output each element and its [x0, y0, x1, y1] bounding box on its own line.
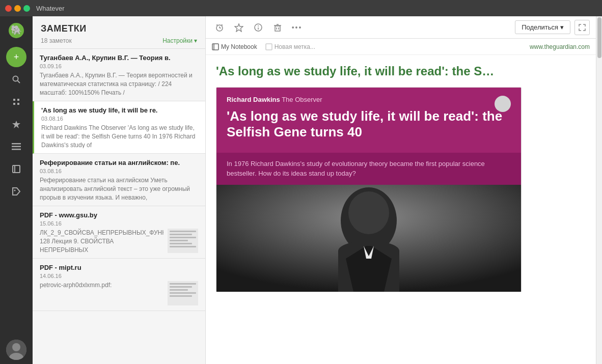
- app-container: 🐘 +: [0, 16, 602, 364]
- bookmark-icon: [12, 97, 21, 106]
- expand-button[interactable]: [574, 20, 590, 35]
- minimize-button[interactable]: [14, 5, 21, 12]
- window-controls[interactable]: [5, 5, 30, 12]
- notes-count: 18 заметок: [41, 37, 72, 44]
- note-preview: Richard Dawkins The Observer 'As long as…: [41, 124, 198, 148]
- user-avatar[interactable]: [6, 340, 26, 360]
- trash-button[interactable]: [270, 20, 285, 35]
- note-title: 'As long as we study life, it will be re…: [41, 106, 198, 114]
- tag-icon: [12, 187, 21, 196]
- note-date: 15.06.16: [40, 220, 198, 227]
- maximize-button[interactable]: [23, 5, 30, 12]
- notebook-label: My Notebook: [221, 43, 257, 50]
- note-item[interactable]: PDF - mipt.ru 14.06.16 petrovic-arph0dxl…: [33, 259, 205, 311]
- svg-line-22: [222, 24, 223, 25]
- notes-settings-button[interactable]: Настройки ▾: [162, 37, 197, 44]
- close-button[interactable]: [5, 5, 12, 12]
- notes-list: Туганбаев А.А., Крупин В.Г. — Теория в. …: [33, 48, 205, 364]
- note-item[interactable]: Туганбаев А.А., Крупин В.Г. — Теория в. …: [33, 49, 205, 101]
- article-image: [216, 185, 521, 292]
- svg-rect-5: [17, 99, 19, 101]
- note-date: 03.09.16: [40, 63, 198, 69]
- svg-rect-32: [212, 44, 218, 50]
- tag-label: Новая метка...: [275, 43, 315, 50]
- search-button[interactable]: [6, 69, 26, 90]
- svg-point-25: [258, 25, 259, 26]
- note-title: Туганбаев А.А., Крупин В.Г. — Теория в.: [40, 54, 198, 62]
- avatar-image: [6, 340, 26, 360]
- note-item-active[interactable]: 'As long as we study life, it will be re…: [33, 101, 205, 154]
- svg-marker-23: [235, 24, 243, 32]
- source-url[interactable]: www.theguardian.com: [530, 43, 590, 50]
- note-item[interactable]: Реферирование статьи на английском: пе. …: [33, 154, 205, 206]
- note-thumbnail: [168, 281, 198, 305]
- note-preview: ЛК_2_9_СВОЙСВА_НЕПРЕРЫВНЫХ_ФУНКЦИЙ.pdf: …: [40, 229, 198, 253]
- article-author: Richard Dawkins The Observer: [227, 96, 511, 103]
- svg-point-37: [348, 191, 389, 234]
- notes-panel: ЗАМЕТКИ 18 заметок Настройки ▾ Туганбаев…: [33, 16, 206, 364]
- chevron-down-icon: ▾: [194, 37, 197, 44]
- svg-rect-6: [13, 103, 15, 105]
- note-item[interactable]: PDF - www.gsu.by 15.06.16 ЛК_2_9_СВОЙСВА…: [33, 206, 205, 259]
- article-headline: 'As long as we study life, it will be re…: [227, 108, 511, 140]
- article-description-box: In 1976 Richard Dawkins's study of evolu…: [216, 153, 521, 185]
- list-icon: [12, 143, 21, 150]
- notebook-icon: [212, 43, 219, 50]
- article-circle-decoration: [495, 96, 511, 112]
- note-date: 03.08.16: [41, 116, 198, 122]
- tags-button[interactable]: [6, 181, 26, 202]
- notes-meta: 18 заметок Настройки ▾: [41, 37, 197, 44]
- note-date: 14.06.16: [40, 273, 198, 279]
- note-thumbnail: [168, 229, 198, 253]
- svg-rect-34: [266, 44, 272, 50]
- svg-rect-13: [14, 165, 15, 173]
- search-icon: [12, 75, 21, 84]
- chevron-down-icon: ▾: [560, 23, 564, 31]
- more-button[interactable]: •••: [289, 20, 305, 35]
- content-toolbar: ••• Поделиться ▾: [206, 16, 596, 39]
- svg-line-21: [216, 24, 217, 25]
- article-description: In 1976 Richard Dawkins's study of evolu…: [227, 159, 511, 179]
- new-note-button[interactable]: +: [6, 47, 26, 67]
- content-scrollbar[interactable]: [596, 16, 602, 364]
- note-preview: petrovic-arph0dxlxmm.pdf:: [40, 281, 198, 305]
- svg-rect-7: [17, 103, 19, 105]
- star-icon: [12, 120, 21, 129]
- content-area: ••• Поделиться ▾: [206, 16, 596, 364]
- expand-icon: [579, 24, 586, 31]
- svg-marker-8: [12, 121, 20, 128]
- note-main-title: 'As long as we study life, it will be re…: [216, 63, 586, 79]
- app-logo[interactable]: 🐘: [6, 20, 26, 41]
- starred-button[interactable]: [6, 114, 26, 134]
- notes-section-title: ЗАМЕТКИ: [41, 23, 197, 34]
- notes-list-button[interactable]: [6, 136, 26, 157]
- alarm-icon: [215, 23, 224, 32]
- note-preview: Реферирование статьи на английском Уметь…: [40, 176, 198, 201]
- svg-rect-12: [13, 165, 20, 173]
- article-card: Richard Dawkins The Observer 'As long as…: [216, 87, 522, 292]
- svg-text:🐘: 🐘: [11, 24, 22, 36]
- shortcuts-button[interactable]: [6, 92, 26, 112]
- star-button[interactable]: [231, 20, 247, 35]
- sidebar: 🐘 +: [0, 16, 33, 364]
- notebook-selector[interactable]: My Notebook: [212, 43, 257, 50]
- content-meta: My Notebook Новая метка... www.theguardi…: [206, 39, 596, 55]
- note-title: PDF - www.gsu.by: [40, 211, 198, 219]
- notes-header: ЗАМЕТКИ 18 заметок Настройки ▾: [33, 16, 205, 48]
- notebooks-button[interactable]: [6, 159, 26, 179]
- trash-icon: [273, 23, 282, 32]
- tag-icon: [265, 43, 272, 50]
- tag-selector[interactable]: Новая метка...: [265, 43, 315, 50]
- share-button[interactable]: Поделиться ▾: [515, 20, 570, 34]
- star-icon: [234, 23, 243, 32]
- plus-icon: +: [14, 52, 19, 63]
- svg-rect-27: [275, 26, 280, 31]
- info-button[interactable]: [251, 20, 266, 35]
- svg-rect-11: [12, 149, 21, 150]
- svg-rect-10: [12, 146, 21, 148]
- svg-rect-9: [12, 143, 21, 145]
- content-body: 'As long as we study life, it will be re…: [206, 55, 596, 364]
- scrollbar-thumb[interactable]: [597, 17, 601, 58]
- window-title: Whatever: [36, 5, 65, 12]
- alarm-button[interactable]: [212, 20, 227, 35]
